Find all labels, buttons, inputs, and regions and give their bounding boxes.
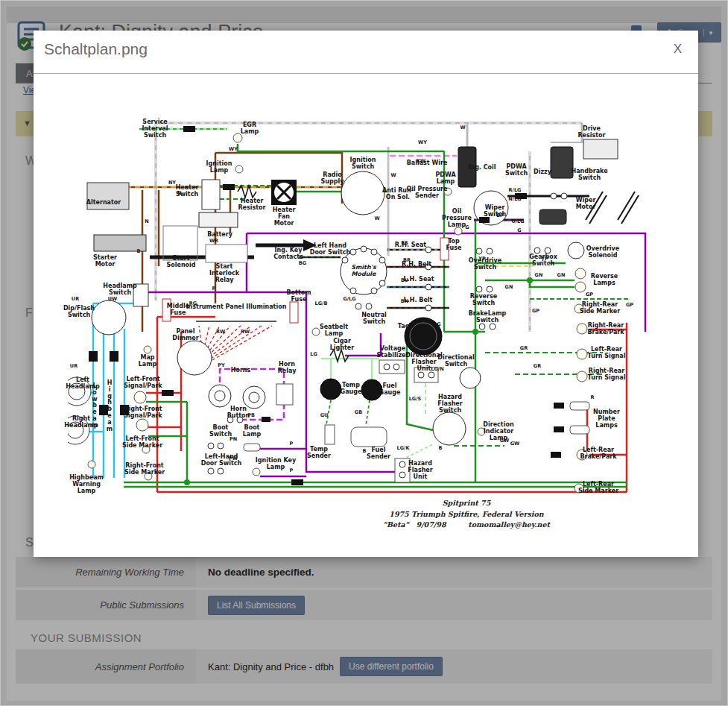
diagram-shape — [361, 246, 367, 252]
diagram-shape — [551, 452, 561, 458]
wire-code-label: UW — [108, 296, 117, 302]
diagram-label: Right-Rear Side Marker — [580, 302, 620, 315]
wire-code-label: W — [460, 125, 465, 130]
wire-code-label: N/LG — [508, 196, 521, 202]
wire-code-label: P — [290, 441, 294, 447]
diagram-shape — [208, 443, 214, 449]
diagram-label: Left-Rear Side Marker — [578, 482, 618, 495]
diagram-shape — [476, 286, 482, 292]
diagram-shape — [399, 472, 405, 478]
wire-code-label: N — [145, 218, 148, 224]
diagram-label: Starter Motor — [93, 255, 117, 268]
diagram-shape — [575, 268, 586, 279]
diagram-label: Left Hand Door Switch — [310, 243, 351, 256]
diagram-label: Overdrive Solenoid — [586, 246, 619, 259]
wire-code-label: PB — [247, 412, 255, 418]
wire-code-label: RG — [189, 300, 197, 306]
diagram-shape — [290, 302, 298, 323]
diagram-shape — [355, 303, 361, 309]
diagram-shape — [472, 329, 478, 335]
diagram-label: Top Fuse — [446, 239, 462, 252]
diagram-shape — [208, 468, 214, 474]
preview-modal: Schaltplan.png X Spitprint 75 1975 Trium… — [34, 31, 698, 557]
diagram-shape — [487, 248, 493, 254]
diagram-label: Seatbelt Lamp — [320, 324, 348, 338]
diagram-label: Boot Switch — [209, 425, 232, 438]
wire-code-label: GW — [500, 438, 510, 444]
wire-code-label: LG/K — [397, 445, 410, 451]
diagram-shape — [223, 184, 235, 190]
diagram-label: Hazard Flasher Unit — [408, 461, 432, 480]
diagram-shape — [575, 282, 586, 292]
wire-code-label: GP — [532, 308, 539, 314]
diagram-label: Number Plate Lamps — [593, 409, 620, 429]
close-button[interactable]: X — [674, 42, 682, 57]
wire-code-label: GB — [355, 409, 362, 415]
diagram-label: Cigar Lighter — [330, 338, 354, 352]
diagram-label: Heater Fan Motor — [273, 207, 296, 227]
diagram-shape — [425, 284, 431, 290]
diagram-label: Oil Pressure Sender — [407, 186, 448, 200]
wire-code-label: W — [374, 215, 379, 221]
wire-code-label: W — [390, 172, 396, 178]
diagram-shape — [177, 341, 212, 375]
wire — [366, 400, 370, 426]
diagram-label: Temp Gauge — [341, 382, 362, 396]
diagram-label: R.H. Seat — [395, 242, 426, 249]
app-window: Kant: Dignity and Price Actions ▾ Assign… — [0, 0, 728, 706]
diagram-shape — [199, 212, 238, 227]
wire-code-label: N — [177, 190, 181, 196]
wire-code-label: B — [363, 448, 367, 454]
diagram-label: Alternator — [86, 200, 121, 207]
diagram-shape — [554, 426, 564, 432]
diagram-label: Wiper Motor — [576, 198, 596, 211]
wire-code-label: PN — [230, 436, 237, 442]
diagram-label: Reverse Switch — [470, 294, 497, 307]
diagram-shape — [418, 372, 424, 378]
wire-code-label: GP — [586, 291, 593, 297]
diagram-label: BrakeLamp Switch — [469, 311, 507, 324]
diagram-shape — [202, 180, 220, 209]
diagram-shape — [534, 248, 540, 253]
diagram-label: Right-Rear Turn Signal — [588, 368, 626, 382]
diagram-shape — [88, 461, 95, 468]
wire-code-label: PY — [218, 362, 224, 368]
diagram-label: Horns — [231, 368, 251, 374]
diagram-label: Temp Sender — [307, 447, 331, 460]
diagram-label: Ing. Coil — [468, 165, 496, 171]
wire-code-label: B — [439, 445, 443, 451]
diagram-label: PDWA Switch — [505, 164, 528, 177]
diagram-shape — [393, 364, 399, 370]
diagram-shape — [325, 425, 335, 444]
wire-code-label: GU — [320, 412, 329, 418]
diagram-label: Bottom Fuse — [286, 290, 311, 303]
diagram-shape — [291, 479, 303, 485]
diagram-shape — [276, 384, 293, 405]
wire-code-label: WR — [209, 238, 218, 244]
diagram-shape — [184, 479, 190, 485]
wire-code-label: UR — [70, 363, 77, 369]
wiring-diagram: Spitprint 75 1975 Triumph Spitfire, Fede… — [68, 108, 664, 549]
wire-code-label: GW — [510, 441, 520, 447]
diagram-label: L o w b e a m — [92, 383, 98, 429]
diagram-shape — [570, 426, 589, 434]
diagram-label: H i g h b e a m — [107, 380, 113, 432]
wire — [530, 280, 575, 287]
diagram-label: Voltage Stabilizer — [377, 346, 409, 359]
diagram-label: Right-Rear Brake/Park — [587, 323, 624, 336]
diagram-shape — [144, 346, 151, 353]
wire-code-label: G — [517, 227, 521, 233]
diagram-label: Tach — [398, 324, 413, 330]
diagram-label: Left-Front Signal/Park — [124, 376, 162, 390]
wire — [238, 144, 444, 151]
diagram-shape — [342, 257, 348, 263]
diagram-shape — [379, 280, 385, 286]
wire-code-label: LG/N — [431, 366, 443, 372]
wire-code-label: B — [137, 248, 141, 254]
diagram-shape — [209, 385, 231, 407]
diagram-shape — [235, 166, 243, 173]
diagram-shape — [487, 286, 493, 292]
wire-code-label: R — [590, 394, 594, 400]
diagram-label: PDWA Lamp — [435, 172, 455, 186]
wire-code-label: U/LG — [511, 218, 524, 224]
